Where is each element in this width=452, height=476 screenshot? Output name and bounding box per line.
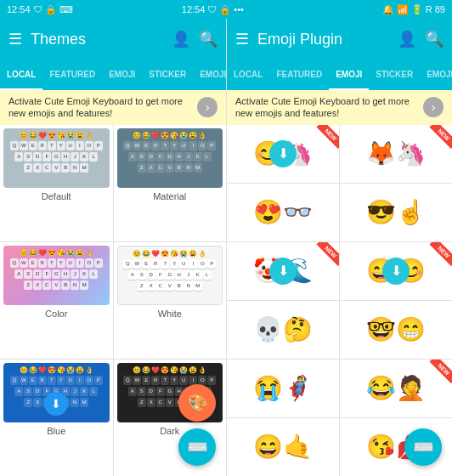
left-banner-arrow[interactable]: ›: [197, 97, 218, 117]
right-keyboard-fab[interactable]: ⌨️: [404, 428, 442, 466]
keyboard-preview-default: 😊😂❤️😍😘😭😩👌 QWERTYUIOP ASDFGHJKL ZXCVBNM: [3, 128, 110, 188]
theme-blue[interactable]: 😊😂❤️😍😘😭😩👌 QWERTYUIOP ASDFGHJKL ZXCVBNM: [0, 360, 113, 476]
tab-emojiar-left[interactable]: EMOJI AR: [193, 60, 226, 90]
emoji-display-8: 🤓😁: [366, 315, 426, 343]
emoji-item-4[interactable]: 😎☝️: [340, 184, 452, 241]
emoji-item-10[interactable]: 😂🤦: [340, 360, 452, 417]
right-toolbar-title: Emoji Plugin: [257, 31, 389, 48]
theme-white-label: White: [158, 309, 182, 319]
right-banner-text: Activate Cute Emoji Keyboard to get more…: [235, 95, 418, 120]
tab-emoji-right[interactable]: EMOJI: [329, 60, 369, 90]
tab-featured-left[interactable]: FEATURED: [42, 60, 102, 90]
shield-icon-r: 🛡: [207, 4, 217, 14]
emoji-item-8[interactable]: 🤓😁: [340, 301, 452, 359]
theme-material-label: Material: [153, 191, 186, 201]
tab-sticker-right[interactable]: STICKER: [369, 60, 420, 90]
keyboard-preview-color: 😊😂❤️😍😘😭😩👌 QWERTYUIOP ASDFGHJKL ZXCVBNM: [3, 246, 110, 305]
status-time-right: 12:54: [182, 4, 206, 14]
new-badge-1: [307, 125, 339, 157]
theme-default[interactable]: 😊😂❤️😍😘😭😩👌 QWERTYUIOP ASDFGHJKL ZXCVBNM: [0, 125, 113, 241]
emoji-item-5[interactable]: 🤡🌊 ⬇: [227, 242, 339, 300]
right-fab-container: ⌨️: [404, 428, 442, 466]
new-badge-10: [420, 360, 452, 392]
emoji-display-7: 💀🤔: [253, 315, 313, 343]
left-menu-icon[interactable]: ☰: [8, 30, 22, 48]
left-panel: ☰ Themes 👤 🔍 LOCAL FEATURED EMOJI STICKE…: [0, 19, 226, 476]
left-content: 😊😂❤️😍😘😭😩👌 QWERTYUIOP ASDFGHJKL ZXCVBNM: [0, 125, 226, 476]
keyboard-icon: ⌨: [59, 4, 73, 15]
battery-text: R 89: [426, 4, 445, 14]
tab-sticker-left[interactable]: STICKER: [142, 60, 193, 90]
lock-icon-r: 🔒: [219, 4, 231, 15]
right-content: 😊🦄 ⬇ 🦊🦄 😍👓 😎☝️ 🤡🌊: [227, 125, 452, 476]
right-panel: ☰ Emoji Plugin 👤 🔍 LOCAL FEATURED EMOJI …: [226, 19, 452, 476]
download-btn-1[interactable]: ⬇: [269, 140, 297, 167]
emoji-display-3: 😍👓: [253, 198, 313, 226]
emoji-item-2[interactable]: 🦊🦄: [340, 125, 452, 183]
left-toolbar-title: Themes: [31, 31, 163, 48]
new-badge-6: [420, 242, 452, 275]
theme-white[interactable]: 😊😂❤️😍😘😭😩👌 QWERTYUIOP ASDFGHJKL ZXCVBNM: [114, 242, 227, 359]
theme-dark-label: Dark: [160, 426, 179, 436]
emoji-grid: 😊🦄 ⬇ 🦊🦄 😍👓 😎☝️ 🤡🌊: [227, 125, 452, 476]
keyboard-preview-material: 😊😂❤️😍😘😭😩👌 QWERTYUIOP ASDFGHJKL ZXCVBNM: [117, 128, 223, 188]
left-search-icon[interactable]: 🔍: [199, 30, 218, 48]
right-banner: Activate Cute Emoji Keyboard to get more…: [227, 90, 452, 125]
left-toolbar: ☰ Themes 👤 🔍: [0, 19, 226, 60]
palette-fab[interactable]: 🎨: [178, 384, 216, 422]
new-badge-5: [307, 242, 339, 275]
right-search-icon[interactable]: 🔍: [425, 30, 444, 48]
left-tab-bar: LOCAL FEATURED EMOJI STICKER EMOJI AR: [0, 60, 226, 90]
lock-icon: 🔒: [45, 4, 57, 15]
left-banner-text: Activate Cute Emoji Keyboard to get more…: [8, 95, 192, 120]
keyboard-preview-blue: 😊😂❤️😍😘😭😩👌 QWERTYUIOP ASDFGHJKL ZXCVBNM: [3, 363, 110, 422]
shield-icon: 🛡: [33, 4, 42, 14]
emoji-display-11: 😄🤙: [253, 433, 313, 461]
tab-featured-right[interactable]: FEATURED: [269, 60, 329, 90]
emoji-display-2: 🦊🦄: [366, 139, 426, 167]
right-menu-icon[interactable]: ☰: [235, 30, 249, 48]
right-tab-bar: LOCAL FEATURED EMOJI STICKER EMOJI AR: [227, 60, 452, 90]
emoji-item-11[interactable]: 😄🤙: [227, 418, 339, 476]
tab-local-left[interactable]: LOCAL: [0, 60, 42, 90]
status-bar-right: 🔔 📶 🔋 R 89: [382, 4, 445, 15]
theme-default-label: Default: [42, 191, 71, 201]
right-avatar-icon[interactable]: 👤: [398, 30, 416, 48]
new-badge-2: [420, 125, 452, 157]
right-toolbar: ☰ Emoji Plugin 👤 🔍: [227, 19, 452, 60]
emoji-item-9[interactable]: 😭🦸: [227, 360, 339, 417]
emoji-item-1[interactable]: 😊🦄 ⬇: [227, 125, 339, 183]
emoji-item-3[interactable]: 😍👓: [227, 184, 339, 241]
left-banner: Activate Cute Emoji Keyboard to get more…: [0, 90, 226, 125]
left-fab-container: 🎨 ⌨️: [178, 384, 216, 466]
keyboard-preview-white: 😊😂❤️😍😘😭😩👌 QWERTYUIOP ASDFGHJKL ZXCVBNM: [117, 246, 223, 305]
tab-emoji-left[interactable]: EMOJI: [102, 60, 142, 90]
emoji-item-6[interactable]: 😄😊 ⬇: [340, 242, 452, 300]
tab-emojiar-right[interactable]: EMOJI AR: [420, 60, 452, 90]
tab-local-right[interactable]: LOCAL: [227, 60, 269, 90]
battery-icon: 🔋: [411, 4, 423, 15]
download-btn-6[interactable]: ⬇: [382, 258, 410, 285]
theme-material[interactable]: 😊😂❤️😍😘😭😩👌 QWERTYUIOP ASDFGHJKL ZXCVBNM: [114, 125, 227, 241]
theme-color-label: Color: [45, 309, 67, 319]
signal-icon: 📶: [397, 4, 409, 15]
emoji-display-10: 😂🤦: [366, 374, 426, 402]
bell-icon: 🔔: [382, 4, 394, 15]
blue-download-icon[interactable]: ⬇: [44, 392, 68, 416]
status-bar-left: 12:54 🛡 🔒 ⌨ 12:54 🛡 🔒 •••: [7, 4, 244, 15]
download-btn-5[interactable]: ⬇: [269, 258, 297, 285]
status-time-left: 12:54: [7, 4, 31, 14]
emoji-display-4: 😎☝️: [366, 198, 426, 226]
emoji-item-7[interactable]: 💀🤔: [227, 301, 339, 359]
right-banner-arrow[interactable]: ›: [423, 97, 444, 117]
theme-color[interactable]: 😊😂❤️😍😘😭😩👌 QWERTYUIOP ASDFGHJKL ZXCVBNM: [0, 242, 113, 359]
keyboard-fab[interactable]: ⌨️: [178, 428, 216, 466]
dots-icon: •••: [234, 4, 244, 14]
emoji-display-9: 😭🦸: [253, 374, 313, 402]
theme-blue-label: Blue: [47, 426, 65, 436]
left-avatar-icon[interactable]: 👤: [172, 30, 190, 48]
